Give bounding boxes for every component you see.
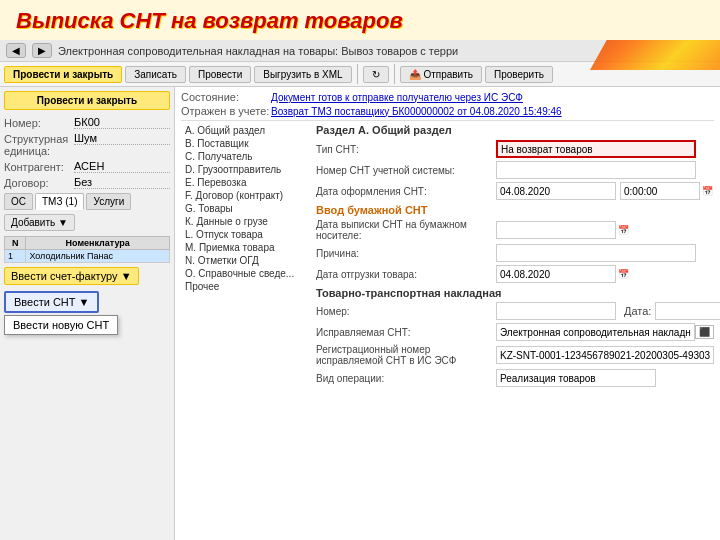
nav-item-other[interactable]: Прочее xyxy=(181,280,311,293)
tabs-row: ОС ТМЗ (1) Услуги xyxy=(4,193,170,210)
paper-date-label: Дата выписки СНТ на бумажном носителе: xyxy=(316,219,496,241)
nav-item-o[interactable]: О. Справочные сведе... xyxy=(181,267,311,280)
row-n: 1 xyxy=(5,250,26,263)
unit-row: Структурная единица: Шум xyxy=(4,132,170,157)
main-content: Провести и закрыть Номер: БК00 Структурн… xyxy=(0,87,720,540)
nav-item-l[interactable]: L. Отпуск товара xyxy=(181,228,311,241)
operation-type-input[interactable] xyxy=(496,369,656,387)
contract-value: Без xyxy=(74,176,170,189)
refresh-button[interactable]: ↻ xyxy=(363,66,389,83)
tab-services[interactable]: Услуги xyxy=(86,193,131,210)
ttn-date-label: Дата: xyxy=(624,305,651,317)
cnt-type-label: Тип СНТ: xyxy=(316,144,496,155)
separator xyxy=(181,120,714,121)
banner-title: Выписка СНТ на возврат товаров xyxy=(16,8,403,33)
unit-value: Шум xyxy=(74,132,170,145)
calendar-icon-3[interactable]: 📅 xyxy=(618,269,629,279)
col-n: N xyxy=(5,237,26,250)
reg-number-label: Регистрационный номер исправляемой СНТ в… xyxy=(316,344,496,366)
cnt-number-label: Номер СНТ учетной системы: xyxy=(316,165,496,176)
cnt-number-input[interactable] xyxy=(496,161,696,179)
nav-back-button[interactable]: ◀ xyxy=(6,43,26,58)
form-area: Раздел А. Общий раздел Тип СНТ: Номер СН… xyxy=(316,124,714,387)
status-label-1: Состояние: xyxy=(181,91,271,103)
cnt-type-input[interactable] xyxy=(496,140,696,158)
cnt-button[interactable]: Ввести СНТ ▼ xyxy=(4,291,99,313)
row-name: Холодильник Панас xyxy=(26,250,170,263)
unit-label: Структурная единица: xyxy=(4,132,74,157)
send-button[interactable]: 📤 Отправить xyxy=(400,66,482,83)
paper-cnt-title: Ввод бумажной СНТ xyxy=(316,204,714,216)
main-form-area: А. Общий раздел В. Поставщик С. Получате… xyxy=(181,124,714,390)
table-row[interactable]: 1 Холодильник Панас xyxy=(5,250,170,263)
corrected-snt-input[interactable] xyxy=(496,323,695,341)
contractor-value: АСЕН xyxy=(74,160,170,173)
cnt-type-group: Тип СНТ: xyxy=(316,140,714,158)
cnt-number-group: Номер СНТ учетной системы: xyxy=(316,161,714,179)
corrected-snt-btn[interactable]: ⬛ xyxy=(695,325,714,339)
ttn-title: Товарно-транспортная накладная xyxy=(316,287,714,299)
left-panel: Провести и закрыть Номер: БК00 Структурн… xyxy=(0,87,175,540)
cnt-dropdown[interactable]: Ввести новую СНТ xyxy=(4,315,118,335)
cnt-time-input[interactable] xyxy=(620,182,700,200)
status-row-1: Состояние: Документ готов к отправке пол… xyxy=(181,91,714,103)
post-close-toolbar-button[interactable]: Провести и закрыть xyxy=(4,66,122,83)
toolbar-separator-2 xyxy=(394,64,395,84)
nav-item-d[interactable]: D. Грузоотправитель xyxy=(181,163,311,176)
nav-item-g[interactable]: G. Товары xyxy=(181,202,311,215)
section-a-title: Раздел А. Общий раздел xyxy=(316,124,714,136)
check-button[interactable]: Проверить xyxy=(485,66,553,83)
invoice-button-label: Ввести счет-фактуру ▼ xyxy=(11,270,132,282)
nav-item-f[interactable]: F. Договор (контракт) xyxy=(181,189,311,202)
calendar-icon-2[interactable]: 📅 xyxy=(618,225,629,235)
nav-item-m[interactable]: М. Приемка товара xyxy=(181,241,311,254)
cnt-date-label: Дата оформления СНТ: xyxy=(316,186,496,197)
invoice-button[interactable]: Ввести счет-фактуру ▼ xyxy=(4,267,139,285)
ttn-number-group: Номер: Дата: 📅 xyxy=(316,302,714,320)
paper-date-group: Дата выписки СНТ на бумажном носителе: 📅 xyxy=(316,219,714,241)
cnt-new-label: Ввести новую СНТ xyxy=(13,319,109,331)
contract-label: Договор: xyxy=(4,176,74,189)
status-link-2[interactable]: Возврат ТМЗ поставщику БК000000002 от 04… xyxy=(271,106,562,117)
col-name: Номенклатура xyxy=(26,237,170,250)
cnt-button-label: Ввести СНТ ▼ xyxy=(14,296,89,308)
nav-item-n[interactable]: N. Отметки ОГД xyxy=(181,254,311,267)
nav-item-e[interactable]: Е. Перевозка xyxy=(181,176,311,189)
number-row: Номер: БК00 xyxy=(4,116,170,129)
cnt-date-input[interactable] xyxy=(496,182,616,200)
status-link-1[interactable]: Документ готов к отправке получателю чер… xyxy=(271,92,523,103)
number-value: БК00 xyxy=(74,116,170,129)
export-xml-button[interactable]: Выгрузить в XML xyxy=(254,66,351,83)
status-label-2: Отражен в учете: xyxy=(181,105,271,117)
nav-item-a[interactable]: А. Общий раздел xyxy=(181,124,311,137)
shipment-date-label: Дата отгрузки товара: xyxy=(316,269,496,280)
reason-label: Причина: xyxy=(316,248,496,259)
operation-type-label: Вид операции: xyxy=(316,373,496,384)
tab-os[interactable]: ОС xyxy=(4,193,33,210)
nav-forward-button[interactable]: ▶ xyxy=(32,43,52,58)
corrected-snt-group: Исправляемая СНТ: ⬛ xyxy=(316,323,714,341)
add-button[interactable]: Добавить ▼ xyxy=(4,214,75,231)
paper-date-input[interactable] xyxy=(496,221,616,239)
contract-row: Договор: Без xyxy=(4,176,170,189)
nav-item-k[interactable]: К. Данные о грузе xyxy=(181,215,311,228)
operation-type-group: Вид операции: xyxy=(316,369,714,387)
nav-item-c[interactable]: С. Получатель xyxy=(181,150,311,163)
number-label: Номер: xyxy=(4,116,74,129)
ttn-date-input[interactable] xyxy=(655,302,720,320)
reg-number-input[interactable] xyxy=(496,346,714,364)
record-button[interactable]: Записать xyxy=(125,66,186,83)
shipment-date-group: Дата отгрузки товара: 📅 xyxy=(316,265,714,283)
reg-number-group: Регистрационный номер исправляемой СНТ в… xyxy=(316,344,714,366)
cnt-date-group: Дата оформления СНТ: 📅 xyxy=(316,182,714,200)
shipment-date-input[interactable] xyxy=(496,265,616,283)
tab-tmz[interactable]: ТМЗ (1) xyxy=(35,193,84,210)
reason-input[interactable] xyxy=(496,244,696,262)
items-table: N Номенклатура 1 Холодильник Панас xyxy=(4,236,170,263)
ttn-number-input[interactable] xyxy=(496,302,616,320)
reason-group: Причина: xyxy=(316,244,714,262)
post-close-left-button[interactable]: Провести и закрыть xyxy=(4,91,170,110)
calendar-icon-1[interactable]: 📅 xyxy=(702,186,713,196)
post-button[interactable]: Провести xyxy=(189,66,251,83)
nav-item-b[interactable]: В. Поставщик xyxy=(181,137,311,150)
